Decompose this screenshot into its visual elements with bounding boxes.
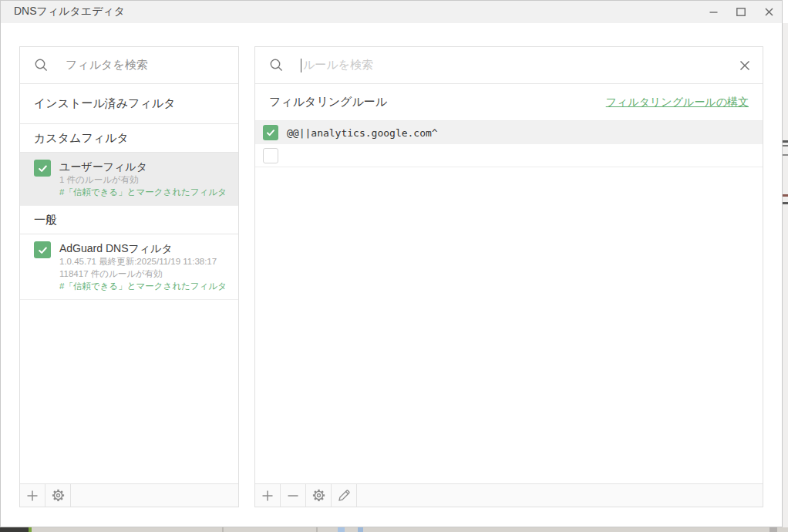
rule-row-empty[interactable] xyxy=(255,144,763,167)
filter-name: ユーザーフィルタ xyxy=(59,160,227,173)
maximize-icon xyxy=(736,8,746,16)
rules-panel: ルールを検索 フィルタリングルール フィルタリングルールの構文 @@||anal… xyxy=(254,46,763,507)
gear-icon xyxy=(311,488,326,503)
checkmark-icon xyxy=(265,127,276,138)
window-title: DNSフィルタエディタ xyxy=(14,5,125,19)
rule-text: @@||analytics.google.com^ xyxy=(287,127,438,139)
custom-filters-header: カスタムフィルタ xyxy=(20,124,238,153)
rule-row[interactable]: @@||analytics.google.com^ xyxy=(255,121,763,144)
app-window: DNSフィルタエディタ フィルタを検索 インストール済みフィルタ カスタムフィル… xyxy=(0,0,788,532)
window-controls xyxy=(699,0,783,23)
rules-header: フィルタリングルール フィルタリングルールの構文 xyxy=(255,84,763,121)
titlebar: DNSフィルタエディタ xyxy=(0,0,783,23)
remove-icon xyxy=(286,489,300,503)
filter-rules-count: 118417 件のルールが有効 xyxy=(59,268,227,280)
checkmark-icon xyxy=(37,163,49,174)
rule-search-bar[interactable]: ルールを検索 xyxy=(255,47,763,84)
filter-item-user[interactable]: ユーザーフィルタ 1 件のルールが有効 #「信頼できる」とマークされたフィルタ xyxy=(20,153,238,206)
general-filters-header: 一般 xyxy=(20,206,238,234)
filter-settings-button[interactable] xyxy=(45,484,71,507)
add-filter-button[interactable] xyxy=(20,484,45,507)
add-icon xyxy=(25,489,39,503)
minimize-icon xyxy=(709,8,718,16)
filter-trusted-tag: #「信頼できる」とマークされたフィルタ xyxy=(59,280,227,292)
installed-filters-header: インストール済みフィルタ xyxy=(20,84,238,124)
add-rule-button[interactable] xyxy=(255,484,281,507)
edit-rule-button[interactable] xyxy=(332,484,357,507)
filter-syntax-link[interactable]: フィルタリングルールの構文 xyxy=(606,96,749,109)
maximize-button[interactable] xyxy=(727,0,755,23)
rule-checkbox[interactable] xyxy=(263,148,278,163)
search-icon xyxy=(269,58,284,72)
text-caret xyxy=(301,59,301,72)
taskbar-sliver xyxy=(0,527,788,532)
filter-trusted-tag: #「信頼できる」とマークされたフィルタ xyxy=(59,186,227,198)
rules-title: フィルタリングルール xyxy=(269,95,387,109)
clear-icon xyxy=(739,60,750,71)
edit-icon xyxy=(337,488,352,503)
filters-toolbar xyxy=(20,483,238,507)
filters-panel: フィルタを検索 インストール済みフィルタ カスタムフィルタ ユーザーフィルタ 1… xyxy=(19,46,239,507)
remove-rule-button[interactable] xyxy=(281,484,306,507)
filters-empty-area xyxy=(20,300,238,483)
filter-version-updated: 1.0.45.71 最終更新:2025/11/19 11:38:17 xyxy=(59,255,227,268)
checkmark-icon xyxy=(37,244,49,256)
user-filter-checkbox[interactable] xyxy=(34,160,51,177)
rule-search-input[interactable]: ルールを検索 xyxy=(303,58,373,72)
filter-search-input[interactable]: フィルタを検索 xyxy=(66,58,148,72)
adguard-dns-filter-checkbox[interactable] xyxy=(34,241,51,258)
close-icon xyxy=(765,8,773,16)
rule-checkbox[interactable] xyxy=(263,125,278,140)
filter-rules-count: 1 件のルールが有効 xyxy=(59,173,227,186)
clear-search-button[interactable] xyxy=(739,60,750,71)
search-icon xyxy=(34,58,49,72)
filter-item-adguard-dns[interactable]: AdGuard DNSフィルタ 1.0.45.71 最終更新:2025/11/1… xyxy=(20,234,238,300)
minimize-button[interactable] xyxy=(699,0,727,23)
close-button[interactable] xyxy=(755,0,783,23)
filter-name: AdGuard DNSフィルタ xyxy=(59,241,227,255)
background-window-edge xyxy=(783,23,788,527)
filter-search-bar[interactable]: フィルタを検索 xyxy=(20,47,238,84)
rules-toolbar xyxy=(255,483,763,507)
gear-icon xyxy=(51,488,66,503)
rule-settings-button[interactable] xyxy=(306,484,332,507)
rules-empty-area xyxy=(255,167,763,483)
add-icon xyxy=(261,489,274,503)
